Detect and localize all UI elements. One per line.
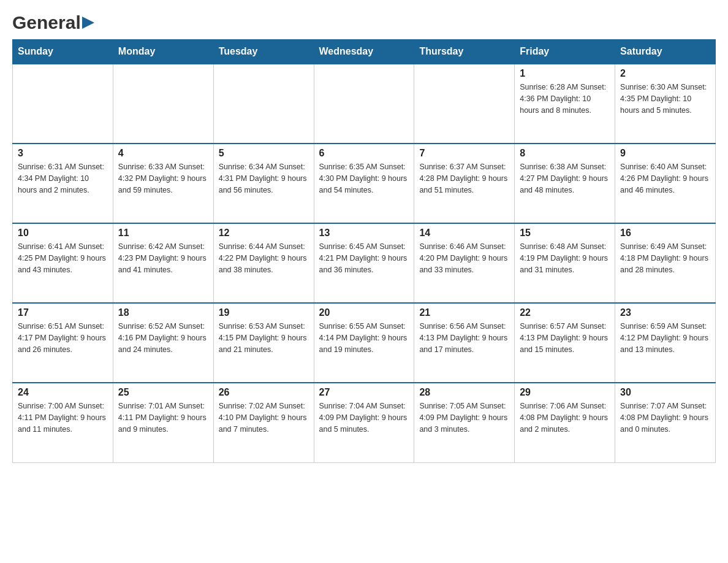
weekday-header-monday: Monday bbox=[113, 40, 213, 64]
day-info: Sunrise: 6:30 AM Sunset: 4:35 PM Dayligh… bbox=[620, 82, 710, 116]
calendar-cell: 29Sunrise: 7:06 AM Sunset: 4:08 PM Dayli… bbox=[515, 383, 615, 462]
calendar-cell bbox=[213, 64, 314, 144]
calendar-week-4: 17Sunrise: 6:51 AM Sunset: 4:17 PM Dayli… bbox=[13, 303, 716, 383]
calendar-week-3: 10Sunrise: 6:41 AM Sunset: 4:25 PM Dayli… bbox=[13, 223, 716, 303]
calendar-cell bbox=[113, 64, 213, 144]
calendar-cell bbox=[414, 64, 515, 144]
calendar-cell: 5Sunrise: 6:34 AM Sunset: 4:31 PM Daylig… bbox=[213, 144, 314, 223]
day-number: 29 bbox=[520, 387, 610, 398]
weekday-header-thursday: Thursday bbox=[414, 40, 515, 64]
svg-marker-0 bbox=[82, 17, 94, 29]
day-info: Sunrise: 6:28 AM Sunset: 4:36 PM Dayligh… bbox=[520, 82, 610, 116]
calendar-cell: 26Sunrise: 7:02 AM Sunset: 4:10 PM Dayli… bbox=[213, 383, 314, 462]
page-header: General bbox=[12, 12, 716, 33]
day-info: Sunrise: 7:02 AM Sunset: 4:10 PM Dayligh… bbox=[219, 400, 309, 435]
day-number: 4 bbox=[118, 148, 208, 159]
calendar-cell: 7Sunrise: 6:37 AM Sunset: 4:28 PM Daylig… bbox=[414, 144, 515, 223]
day-number: 11 bbox=[118, 228, 208, 239]
calendar-cell: 20Sunrise: 6:55 AM Sunset: 4:14 PM Dayli… bbox=[314, 303, 414, 383]
calendar-cell: 24Sunrise: 7:00 AM Sunset: 4:11 PM Dayli… bbox=[13, 383, 113, 462]
day-info: Sunrise: 6:37 AM Sunset: 4:28 PM Dayligh… bbox=[419, 161, 509, 196]
day-number: 22 bbox=[520, 307, 610, 318]
day-number: 2 bbox=[620, 68, 710, 79]
day-number: 15 bbox=[520, 228, 610, 239]
day-info: Sunrise: 6:35 AM Sunset: 4:30 PM Dayligh… bbox=[319, 161, 409, 196]
day-number: 17 bbox=[18, 307, 108, 318]
calendar-cell: 27Sunrise: 7:04 AM Sunset: 4:09 PM Dayli… bbox=[314, 383, 414, 462]
day-number: 3 bbox=[18, 148, 108, 159]
day-number: 28 bbox=[419, 387, 509, 398]
calendar-cell: 1Sunrise: 6:28 AM Sunset: 4:36 PM Daylig… bbox=[515, 64, 615, 144]
calendar-cell: 17Sunrise: 6:51 AM Sunset: 4:17 PM Dayli… bbox=[13, 303, 113, 383]
day-info: Sunrise: 6:41 AM Sunset: 4:25 PM Dayligh… bbox=[18, 241, 108, 275]
calendar-week-1: 1Sunrise: 6:28 AM Sunset: 4:36 PM Daylig… bbox=[13, 64, 716, 144]
day-info: Sunrise: 6:53 AM Sunset: 4:15 PM Dayligh… bbox=[219, 321, 309, 355]
day-info: Sunrise: 6:46 AM Sunset: 4:20 PM Dayligh… bbox=[419, 241, 509, 275]
day-info: Sunrise: 6:40 AM Sunset: 4:26 PM Dayligh… bbox=[620, 161, 710, 196]
day-number: 12 bbox=[219, 228, 309, 239]
calendar-cell: 14Sunrise: 6:46 AM Sunset: 4:20 PM Dayli… bbox=[414, 223, 515, 303]
day-info: Sunrise: 6:49 AM Sunset: 4:18 PM Dayligh… bbox=[620, 241, 710, 275]
day-info: Sunrise: 7:00 AM Sunset: 4:11 PM Dayligh… bbox=[18, 400, 108, 435]
day-info: Sunrise: 7:04 AM Sunset: 4:09 PM Dayligh… bbox=[319, 400, 409, 435]
logo: General bbox=[12, 12, 94, 33]
day-info: Sunrise: 6:56 AM Sunset: 4:13 PM Dayligh… bbox=[419, 321, 509, 355]
calendar-cell bbox=[13, 64, 113, 144]
weekday-header-wednesday: Wednesday bbox=[314, 40, 414, 64]
day-number: 8 bbox=[520, 148, 610, 159]
calendar-cell: 15Sunrise: 6:48 AM Sunset: 4:19 PM Dayli… bbox=[515, 223, 615, 303]
day-number: 20 bbox=[319, 307, 409, 318]
calendar-week-2: 3Sunrise: 6:31 AM Sunset: 4:34 PM Daylig… bbox=[13, 144, 716, 223]
calendar-cell: 19Sunrise: 6:53 AM Sunset: 4:15 PM Dayli… bbox=[213, 303, 314, 383]
calendar-cell: 30Sunrise: 7:07 AM Sunset: 4:08 PM Dayli… bbox=[615, 383, 716, 462]
day-info: Sunrise: 6:51 AM Sunset: 4:17 PM Dayligh… bbox=[18, 321, 108, 355]
day-number: 25 bbox=[118, 387, 208, 398]
calendar-cell: 21Sunrise: 6:56 AM Sunset: 4:13 PM Dayli… bbox=[414, 303, 515, 383]
calendar-week-5: 24Sunrise: 7:00 AM Sunset: 4:11 PM Dayli… bbox=[13, 383, 716, 462]
day-number: 14 bbox=[419, 228, 509, 239]
day-info: Sunrise: 6:52 AM Sunset: 4:16 PM Dayligh… bbox=[118, 321, 208, 355]
weekday-header-saturday: Saturday bbox=[615, 40, 716, 64]
day-number: 16 bbox=[620, 228, 710, 239]
calendar-cell bbox=[314, 64, 414, 144]
logo-general-text: General bbox=[12, 12, 81, 33]
day-number: 9 bbox=[620, 148, 710, 159]
calendar-cell: 10Sunrise: 6:41 AM Sunset: 4:25 PM Dayli… bbox=[13, 223, 113, 303]
day-info: Sunrise: 6:57 AM Sunset: 4:13 PM Dayligh… bbox=[520, 321, 610, 355]
day-info: Sunrise: 7:01 AM Sunset: 4:11 PM Dayligh… bbox=[118, 400, 208, 435]
day-number: 6 bbox=[319, 148, 409, 159]
day-number: 18 bbox=[118, 307, 208, 318]
calendar-cell: 13Sunrise: 6:45 AM Sunset: 4:21 PM Dayli… bbox=[314, 223, 414, 303]
calendar-cell: 18Sunrise: 6:52 AM Sunset: 4:16 PM Dayli… bbox=[113, 303, 213, 383]
calendar-cell: 25Sunrise: 7:01 AM Sunset: 4:11 PM Dayli… bbox=[113, 383, 213, 462]
day-number: 10 bbox=[18, 228, 108, 239]
day-number: 24 bbox=[18, 387, 108, 398]
day-info: Sunrise: 6:31 AM Sunset: 4:34 PM Dayligh… bbox=[18, 161, 108, 196]
day-info: Sunrise: 6:48 AM Sunset: 4:19 PM Dayligh… bbox=[520, 241, 610, 275]
weekday-header-tuesday: Tuesday bbox=[213, 40, 314, 64]
calendar-cell: 4Sunrise: 6:33 AM Sunset: 4:32 PM Daylig… bbox=[113, 144, 213, 223]
day-number: 23 bbox=[620, 307, 710, 318]
day-number: 7 bbox=[419, 148, 509, 159]
day-number: 1 bbox=[520, 68, 610, 79]
calendar-cell: 11Sunrise: 6:42 AM Sunset: 4:23 PM Dayli… bbox=[113, 223, 213, 303]
day-info: Sunrise: 7:07 AM Sunset: 4:08 PM Dayligh… bbox=[620, 400, 710, 435]
day-info: Sunrise: 6:55 AM Sunset: 4:14 PM Dayligh… bbox=[319, 321, 409, 355]
calendar-cell: 2Sunrise: 6:30 AM Sunset: 4:35 PM Daylig… bbox=[615, 64, 716, 144]
day-info: Sunrise: 6:38 AM Sunset: 4:27 PM Dayligh… bbox=[520, 161, 610, 196]
calendar-cell: 12Sunrise: 6:44 AM Sunset: 4:22 PM Dayli… bbox=[213, 223, 314, 303]
day-number: 26 bbox=[219, 387, 309, 398]
calendar-cell: 6Sunrise: 6:35 AM Sunset: 4:30 PM Daylig… bbox=[314, 144, 414, 223]
calendar-table: SundayMondayTuesdayWednesdayThursdayFrid… bbox=[12, 39, 716, 463]
calendar-cell: 3Sunrise: 6:31 AM Sunset: 4:34 PM Daylig… bbox=[13, 144, 113, 223]
calendar-cell: 22Sunrise: 6:57 AM Sunset: 4:13 PM Dayli… bbox=[515, 303, 615, 383]
day-number: 13 bbox=[319, 228, 409, 239]
calendar-header-row: SundayMondayTuesdayWednesdayThursdayFrid… bbox=[13, 40, 716, 64]
weekday-header-sunday: Sunday bbox=[13, 40, 113, 64]
calendar-cell: 16Sunrise: 6:49 AM Sunset: 4:18 PM Dayli… bbox=[615, 223, 716, 303]
day-info: Sunrise: 6:44 AM Sunset: 4:22 PM Dayligh… bbox=[219, 241, 309, 275]
day-number: 5 bbox=[219, 148, 309, 159]
calendar-cell: 8Sunrise: 6:38 AM Sunset: 4:27 PM Daylig… bbox=[515, 144, 615, 223]
day-info: Sunrise: 6:45 AM Sunset: 4:21 PM Dayligh… bbox=[319, 241, 409, 275]
day-number: 19 bbox=[219, 307, 309, 318]
